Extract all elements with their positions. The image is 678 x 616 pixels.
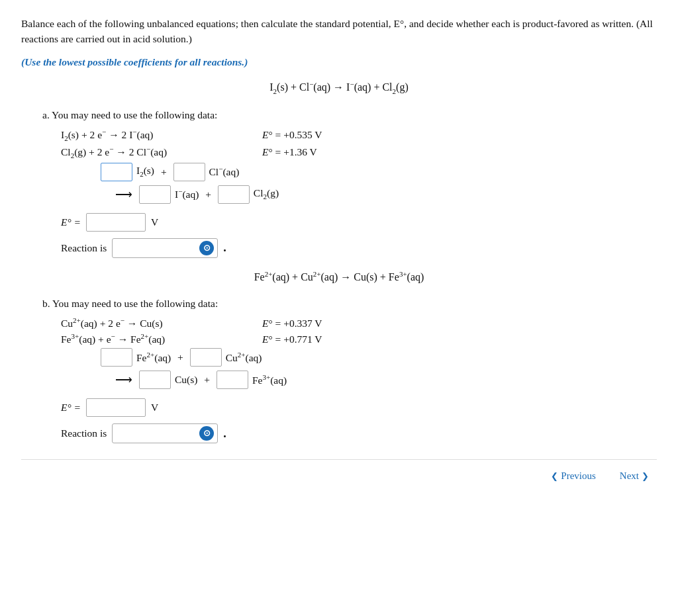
data-eq-a1: I2(s) + 2 e− → 2 I−(aq) xyxy=(61,128,246,142)
reaction-label-a: Reaction is xyxy=(61,242,107,254)
reactant-b-cu2: Cu2+(aq) xyxy=(226,351,262,364)
reactant-a-cl-: Cl−(aq) xyxy=(209,165,240,178)
next-label: Next xyxy=(620,470,639,482)
section-b-data: Cu2+(aq) + 2 e− → Cu(s) E° = +0.337 V Fe… xyxy=(61,316,657,389)
e-row-a: E° = V xyxy=(61,213,657,232)
section-b-label: b. You may need to use the following dat… xyxy=(42,298,657,310)
data-eq-b1: Cu2+(aq) + 2 e− → Cu(s) xyxy=(61,316,246,330)
reaction-row-a: Reaction is product-favored reactant-fav… xyxy=(61,238,657,258)
next-button[interactable]: Next xyxy=(612,466,657,486)
previous-label: Previous xyxy=(561,470,596,482)
coeff-a-cl2[interactable] xyxy=(218,185,250,204)
nav-bar: Previous Next xyxy=(21,459,657,486)
data-row-a2: Cl2(g) + 2 e− → 2 Cl−(aq) E° = +1.36 V xyxy=(61,145,657,159)
e-row-b: E° = V xyxy=(61,398,657,417)
reactant-b-fe2: Fe2+(aq) xyxy=(136,351,171,364)
balanced-products-b: ⟶ Cu(s) + Fe3+(aq) xyxy=(113,371,657,389)
e-label-a: E° = xyxy=(61,216,81,228)
coeff-a-i2[interactable] xyxy=(101,163,132,181)
intro-text: Balance each of the following unbalanced… xyxy=(21,16,657,47)
coeff-a-i-[interactable] xyxy=(139,185,171,204)
reaction-select-wrapper-a[interactable]: product-favored reactant-favored neither… xyxy=(112,238,218,258)
data-row-b2: Fe3+(aq) + e− → Fe2+(aq) E° = +0.771 V xyxy=(61,332,657,345)
plus-a1: + xyxy=(158,166,170,178)
section-a-label: a. You may need to use the following dat… xyxy=(42,109,657,121)
arrow-b: ⟶ xyxy=(115,373,132,387)
section-a-data: I2(s) + 2 e− → 2 I−(aq) E° = +0.535 V Cl… xyxy=(61,128,657,204)
reaction-select-wrapper-b[interactable]: product-favored reactant-favored neither… xyxy=(112,423,218,443)
instruction-text: (Use the lowest possible coefficients fo… xyxy=(21,56,657,68)
coeff-b-fe2[interactable] xyxy=(101,348,132,367)
reaction-row-b: Reaction is product-favored reactant-fav… xyxy=(61,423,657,443)
period-b: . xyxy=(223,427,226,441)
coeff-a-cl-[interactable] xyxy=(173,163,205,181)
reactant-a-i2: I2(s) xyxy=(136,165,154,178)
reaction-select-b[interactable]: product-favored reactant-favored neither xyxy=(112,423,218,443)
balanced-reactants-a: I2(s) + Cl−(aq) xyxy=(101,163,657,181)
coeff-b-cu[interactable] xyxy=(139,371,171,389)
plus-a2: + xyxy=(203,189,214,200)
balanced-reactants-b: Fe2+(aq) + Cu2+(aq) xyxy=(101,348,657,367)
reaction-label-b: Reaction is xyxy=(61,427,107,439)
e-label-b: E° = xyxy=(61,402,81,414)
product-a-cl2: Cl2(g) xyxy=(254,187,279,200)
balanced-products-a: ⟶ I−(aq) + Cl2(g) xyxy=(113,185,657,204)
coeff-b-fe3[interactable] xyxy=(217,371,248,389)
e-unit-b: V xyxy=(151,402,158,414)
section-b: b. You may need to use the following dat… xyxy=(21,298,657,443)
data-val-a1: E° = +0.535 V xyxy=(262,129,322,141)
chevron-left-icon xyxy=(551,470,558,482)
e-input-b[interactable] xyxy=(86,398,146,417)
coeff-b-cu2[interactable] xyxy=(190,348,222,367)
data-val-a2: E° = +1.36 V xyxy=(262,146,317,158)
product-a-i-: I−(aq) xyxy=(175,187,199,200)
previous-button[interactable]: Previous xyxy=(543,466,604,486)
data-row-a1: I2(s) + 2 e− → 2 I−(aq) E° = +0.535 V xyxy=(61,128,657,142)
chevron-right-icon xyxy=(642,470,649,482)
main-equation-a: I2(s) + Cl−(aq) → I−(aq) + Cl2(g) xyxy=(21,80,657,95)
main-equation-b: Fe2+(aq) + Cu2+(aq) → Cu(s) + Fe3+(aq) xyxy=(21,270,657,283)
plus-b1: + xyxy=(175,351,186,363)
data-eq-b2: Fe3+(aq) + e− → Fe2+(aq) xyxy=(61,332,246,345)
product-b-cu: Cu(s) xyxy=(175,374,197,386)
data-val-b2: E° = +0.771 V xyxy=(262,333,322,345)
data-val-b1: E° = +0.337 V xyxy=(262,318,322,330)
e-unit-a: V xyxy=(151,216,158,228)
product-b-fe3: Fe3+(aq) xyxy=(252,373,287,386)
reaction-select-a[interactable]: product-favored reactant-favored neither xyxy=(112,238,218,258)
data-row-b1: Cu2+(aq) + 2 e− → Cu(s) E° = +0.337 V xyxy=(61,316,657,330)
data-eq-a2: Cl2(g) + 2 e− → 2 Cl−(aq) xyxy=(61,145,246,159)
arrow-a: ⟶ xyxy=(115,187,132,202)
section-a: a. You may need to use the following dat… xyxy=(21,109,657,258)
plus-b2: + xyxy=(201,374,213,386)
period-a: . xyxy=(223,241,226,255)
e-input-a[interactable] xyxy=(86,213,146,232)
